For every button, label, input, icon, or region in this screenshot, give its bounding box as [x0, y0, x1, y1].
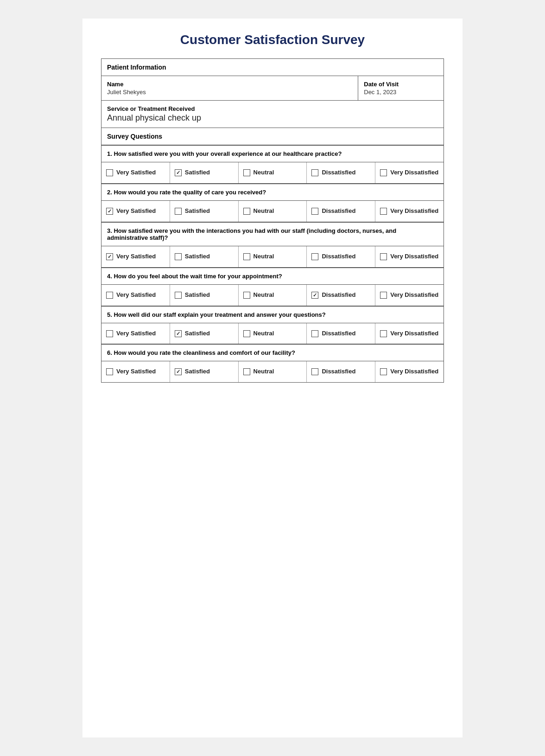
option-4-5[interactable]: Very Dissatisfied: [375, 285, 444, 306]
options-row-3: Very SatisfiedSatisfiedNeutralDissatisfi…: [101, 246, 444, 267]
checkbox-4-1[interactable]: [106, 292, 113, 299]
option-3-1[interactable]: Very Satisfied: [101, 246, 170, 267]
option-label-2-2: Satisfied: [185, 207, 210, 215]
checkbox-1-3[interactable]: [243, 169, 250, 176]
option-label-1-1: Very Satisfied: [116, 169, 156, 177]
checkbox-2-4[interactable]: [311, 208, 318, 215]
option-6-3[interactable]: Neutral: [239, 361, 307, 382]
option-label-5-2: Satisfied: [185, 330, 210, 338]
option-1-1[interactable]: Very Satisfied: [101, 162, 170, 183]
option-label-4-1: Very Satisfied: [116, 291, 156, 299]
checkbox-1-4[interactable]: [311, 169, 318, 176]
question-table-6: 6. How would you rate the cleanliness an…: [101, 344, 444, 383]
option-2-3[interactable]: Neutral: [239, 201, 307, 222]
checkbox-6-2[interactable]: [175, 368, 182, 375]
option-5-3[interactable]: Neutral: [239, 323, 307, 344]
checkbox-1-1[interactable]: [106, 169, 113, 176]
options-row-1: Very SatisfiedSatisfiedNeutralDissatisfi…: [101, 162, 444, 184]
option-label-1-5: Very Dissatisfied: [390, 169, 438, 177]
checkbox-3-3[interactable]: [243, 253, 250, 260]
option-label-4-3: Neutral: [253, 291, 274, 299]
option-label-1-3: Neutral: [253, 169, 274, 177]
option-2-4[interactable]: Dissatisfied: [307, 201, 375, 222]
page-title: Customer Satisfaction Survey: [101, 32, 444, 47]
option-3-5[interactable]: Very Dissatisfied: [375, 246, 444, 267]
checkbox-6-5[interactable]: [380, 368, 387, 375]
option-4-3[interactable]: Neutral: [239, 285, 307, 306]
question-table-2: 2. How would you rate the quality of car…: [101, 184, 444, 222]
question-text-2: 2. How would you rate the quality of car…: [101, 184, 444, 200]
question-table-5: 5. How well did our staff explain your t…: [101, 306, 444, 345]
checkbox-2-1[interactable]: [106, 208, 113, 215]
checkbox-1-5[interactable]: [380, 169, 387, 176]
question-table-3: 3. How satisfied were you with the inter…: [101, 222, 444, 268]
option-2-5[interactable]: Very Dissatisfied: [375, 201, 444, 222]
survey-table: Patient Information Name Juliet Shekyes …: [101, 58, 444, 145]
checkbox-4-4[interactable]: [311, 292, 318, 299]
question-text-5: 5. How well did our staff explain your t…: [101, 306, 444, 323]
option-label-3-3: Neutral: [253, 253, 274, 261]
checkbox-2-2[interactable]: [175, 208, 182, 215]
option-2-1[interactable]: Very Satisfied: [101, 201, 170, 222]
name-label: Name: [107, 81, 352, 88]
checkbox-6-4[interactable]: [311, 368, 318, 375]
option-3-4[interactable]: Dissatisfied: [307, 246, 375, 267]
option-6-5[interactable]: Very Dissatisfied: [375, 361, 444, 382]
option-label-5-4: Dissatisfied: [322, 330, 355, 338]
date-label: Date of Visit: [364, 81, 438, 88]
option-label-1-2: Satisfied: [185, 169, 210, 177]
checkbox-3-2[interactable]: [175, 253, 182, 260]
option-label-6-1: Very Satisfied: [116, 368, 156, 376]
option-label-3-4: Dissatisfied: [322, 253, 355, 261]
checkbox-5-5[interactable]: [380, 330, 387, 337]
option-label-3-5: Very Dissatisfied: [390, 253, 438, 261]
option-2-2[interactable]: Satisfied: [170, 201, 239, 222]
option-1-5[interactable]: Very Dissatisfied: [375, 162, 444, 183]
option-label-2-3: Neutral: [253, 207, 274, 215]
option-3-3[interactable]: Neutral: [239, 246, 307, 267]
option-5-1[interactable]: Very Satisfied: [101, 323, 170, 344]
patient-info-header: Patient Information: [101, 59, 444, 76]
option-label-4-4: Dissatisfied: [322, 291, 355, 299]
option-6-1[interactable]: Very Satisfied: [101, 361, 170, 382]
checkbox-6-3[interactable]: [243, 368, 250, 375]
option-4-2[interactable]: Satisfied: [170, 285, 239, 306]
option-6-2[interactable]: Satisfied: [170, 361, 239, 382]
option-4-4[interactable]: Dissatisfied: [307, 285, 375, 306]
name-value: Juliet Shekyes: [107, 89, 352, 96]
checkbox-5-1[interactable]: [106, 330, 113, 337]
option-5-2[interactable]: Satisfied: [170, 323, 239, 344]
checkbox-4-2[interactable]: [175, 292, 182, 299]
option-1-2[interactable]: Satisfied: [170, 162, 239, 183]
checkbox-5-2[interactable]: [175, 330, 182, 337]
checkbox-5-4[interactable]: [311, 330, 318, 337]
option-label-3-2: Satisfied: [185, 253, 210, 261]
option-5-4[interactable]: Dissatisfied: [307, 323, 375, 344]
question-text-4: 4. How do you feel about the wait time f…: [101, 268, 444, 284]
option-1-4[interactable]: Dissatisfied: [307, 162, 375, 183]
questions-container: 1. How satisfied were you with your over…: [101, 145, 444, 383]
checkbox-1-2[interactable]: [175, 169, 182, 176]
checkbox-5-3[interactable]: [243, 330, 250, 337]
checkbox-3-4[interactable]: [311, 253, 318, 260]
date-value: Dec 1, 2023: [364, 89, 438, 96]
survey-page: Customer Satisfaction Survey Patient Inf…: [82, 19, 463, 737]
options-row-4: Very SatisfiedSatisfiedNeutralDissatisfi…: [101, 284, 444, 306]
option-1-3[interactable]: Neutral: [239, 162, 307, 183]
options-row-2: Very SatisfiedSatisfiedNeutralDissatisfi…: [101, 200, 444, 222]
checkbox-4-3[interactable]: [243, 292, 250, 299]
question-text-1: 1. How satisfied were you with your over…: [101, 146, 444, 162]
name-cell: Name Juliet Shekyes: [101, 76, 358, 101]
checkbox-3-5[interactable]: [380, 253, 387, 260]
option-5-5[interactable]: Very Dissatisfied: [375, 323, 444, 344]
option-3-2[interactable]: Satisfied: [170, 246, 239, 267]
option-6-4[interactable]: Dissatisfied: [307, 361, 375, 382]
question-table-4: 4. How do you feel about the wait time f…: [101, 268, 444, 306]
checkbox-2-3[interactable]: [243, 208, 250, 215]
checkbox-2-5[interactable]: [380, 208, 387, 215]
option-4-1[interactable]: Very Satisfied: [101, 285, 170, 306]
checkbox-6-1[interactable]: [106, 368, 113, 375]
checkbox-3-1[interactable]: [106, 253, 113, 260]
question-table-1: 1. How satisfied were you with your over…: [101, 145, 444, 184]
checkbox-4-5[interactable]: [380, 292, 387, 299]
